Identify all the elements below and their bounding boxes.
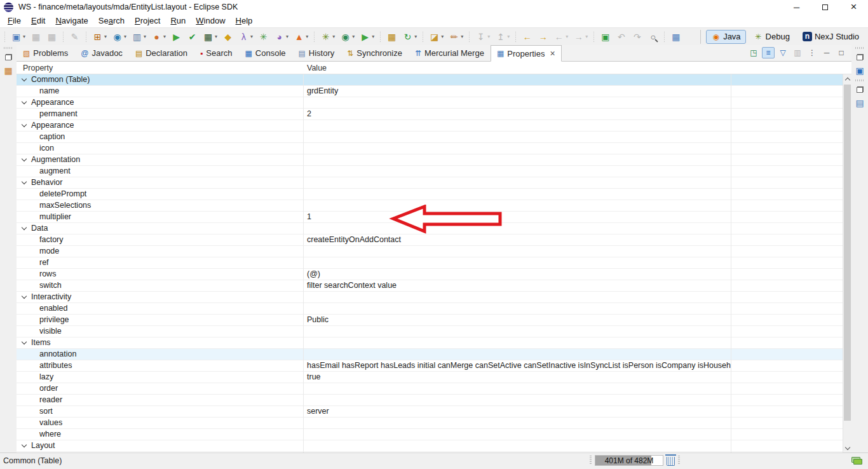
dropdown-arrow-icon[interactable]: ▾ (163, 34, 166, 39)
upgrade-icon[interactable]: ▲▾ (292, 30, 310, 44)
dropdown-arrow-icon[interactable]: ▾ (215, 34, 217, 39)
chevron-down-icon[interactable] (22, 157, 27, 163)
table-row-annotation[interactable]: annotation (17, 349, 843, 360)
unit-test-icon[interactable]: ✳ (256, 30, 271, 44)
tab-synchronize[interactable]: ⇅Synchronize (341, 45, 409, 61)
table-row-visible[interactable]: visible (17, 326, 843, 337)
garbage-collect-trash-icon[interactable] (667, 457, 675, 466)
open-perspective-icon[interactable]: ▦ (668, 30, 683, 44)
dropdown-arrow-icon[interactable]: ▾ (306, 34, 308, 39)
tab-problems[interactable]: ▧Problems (17, 45, 74, 61)
tab-properties[interactable]: ▦Properties× (491, 45, 562, 62)
validate-icon[interactable]: ✔ (185, 30, 200, 44)
undo-icon[interactable]: ↶ (614, 30, 628, 44)
view-menu-icon[interactable]: ⋮ (806, 47, 818, 58)
new-table-wizard-icon[interactable]: ▦ (384, 30, 399, 44)
vertical-scrollbar[interactable] (843, 74, 851, 452)
run-icon[interactable]: ▶ (169, 30, 184, 44)
column-divider[interactable] (731, 74, 731, 452)
run-circle-icon[interactable]: ◉▾ (338, 30, 356, 44)
table-row-lazy[interactable]: lazytrue (17, 372, 843, 383)
minimize-button[interactable]: ─ (782, 0, 811, 14)
deploy-server-icon[interactable]: ◉▾ (110, 30, 128, 44)
close-button[interactable]: × (839, 0, 868, 14)
table-row-sort[interactable]: sortserver (17, 406, 843, 418)
new-wizard-icon[interactable]: ▣▾ (9, 30, 27, 44)
dropdown-arrow-icon[interactable]: ▾ (507, 34, 510, 39)
column-divider[interactable] (303, 74, 304, 452)
dropdown-arrow-icon[interactable]: ▾ (124, 34, 126, 39)
save-icon[interactable]: ▦ (29, 30, 43, 44)
scroll-down-icon[interactable] (843, 443, 851, 452)
table-row-deleteprompt[interactable]: deletePrompt (17, 189, 843, 200)
menu-run[interactable]: Run (165, 15, 191, 27)
table-row-common-table-[interactable]: Common (Table) (17, 74, 843, 86)
chevron-down-icon[interactable] (22, 77, 27, 83)
update-icon[interactable]: ↥▾ (493, 30, 512, 44)
format-brush-icon[interactable]: ✏▾ (447, 30, 465, 44)
dropdown-arrow-icon[interactable]: ▾ (461, 34, 463, 39)
dropdown-arrow-icon[interactable]: ▾ (104, 34, 107, 39)
table-row-attributes[interactable]: attributeshasEmail hasReport hasLeads in… (17, 360, 843, 372)
chevron-down-icon[interactable] (22, 100, 27, 105)
table-row-augment[interactable]: augment (17, 166, 843, 177)
database-tools-icon[interactable]: ▥▾ (130, 30, 148, 44)
commit-icon[interactable]: ↧▾ (473, 30, 492, 44)
next-marker-icon[interactable]: → (536, 30, 550, 44)
table-row-layout[interactable]: Layout (17, 440, 843, 452)
model-structure-icon[interactable]: ▣ (855, 65, 864, 76)
outline-view-icon[interactable]: ▦ (4, 65, 12, 76)
chevron-down-icon[interactable] (22, 340, 27, 346)
table-row-behavior[interactable]: Behavior (17, 177, 843, 189)
table-row-rows[interactable]: rows(@) (17, 269, 843, 280)
forward-icon[interactable]: →▾ (571, 30, 590, 44)
table-row-permanent[interactable]: permanent2 (17, 109, 843, 120)
table-row-values[interactable]: values (17, 418, 843, 429)
table-row-factory[interactable]: factorycreateEntityOnAddContact (17, 234, 843, 246)
menu-navigate[interactable]: Navigate (50, 15, 93, 27)
editor-area-icon[interactable]: ▤ (855, 98, 864, 108)
redo-icon[interactable]: ↷ (630, 30, 644, 44)
chevron-down-icon[interactable] (22, 226, 27, 231)
run-external-icon[interactable]: ▶▾ (358, 30, 376, 44)
dropdown-arrow-icon[interactable]: ▾ (566, 34, 568, 39)
tab-console[interactable]: ▦Console (238, 45, 292, 61)
dropdown-arrow-icon[interactable]: ▾ (487, 34, 490, 39)
back-icon[interactable]: ←▾ (552, 30, 570, 44)
table-row-reader[interactable]: reader (17, 395, 843, 406)
dropdown-arrow-icon[interactable]: ▾ (372, 34, 374, 39)
pin-view-icon[interactable]: ◳ (747, 47, 760, 58)
table-row-interactivity[interactable]: Interactivity (17, 292, 843, 303)
dropdown-arrow-icon[interactable]: ▾ (585, 34, 588, 39)
debug-icon[interactable]: ✳▾ (318, 30, 337, 44)
table-row-ref[interactable]: ref (17, 257, 843, 269)
close-icon[interactable]: × (550, 48, 555, 58)
perspective-debug[interactable]: ✳Debug (749, 30, 795, 44)
table-row-order[interactable]: order (17, 383, 843, 395)
restore-views-icon[interactable] (5, 54, 12, 60)
menu-file[interactable]: File (3, 15, 26, 27)
filter-icon[interactable]: ▽ (776, 47, 789, 58)
chevron-down-icon[interactable] (22, 443, 27, 449)
dropdown-arrow-icon[interactable]: ▾ (23, 34, 25, 39)
open-folder-icon[interactable]: ◪▾ (427, 30, 445, 44)
table-row-icon[interactable]: icon (17, 143, 843, 154)
restore-views-icon[interactable] (857, 54, 864, 60)
table-row-switch[interactable]: switchfilter searchContext value (17, 280, 843, 292)
show-categories-icon[interactable]: ≡ (762, 47, 775, 58)
model-tree-icon[interactable]: ⊞▾ (90, 30, 109, 44)
console-icon[interactable]: ▦▾ (201, 30, 219, 44)
dropdown-arrow-icon[interactable]: ▾ (352, 34, 355, 39)
save-all-icon[interactable]: ▦ (44, 30, 59, 44)
tab-history[interactable]: ▤History (292, 45, 341, 61)
table-row-items[interactable]: Items (17, 337, 843, 349)
table-row-appearance[interactable]: Appearance (17, 97, 843, 109)
refresh-icon[interactable]: ↻▾ (400, 30, 419, 44)
table-row-mode[interactable]: mode (17, 246, 843, 257)
menu-project[interactable]: Project (130, 15, 166, 27)
tab-search[interactable]: ▪Search (194, 45, 238, 61)
restore-editor-icon[interactable] (857, 86, 864, 93)
heap-status-gauge[interactable]: 401M of 482M (595, 455, 663, 466)
edit-properties-icon[interactable]: ▥ (791, 47, 804, 58)
restore-button[interactable] (811, 0, 839, 14)
